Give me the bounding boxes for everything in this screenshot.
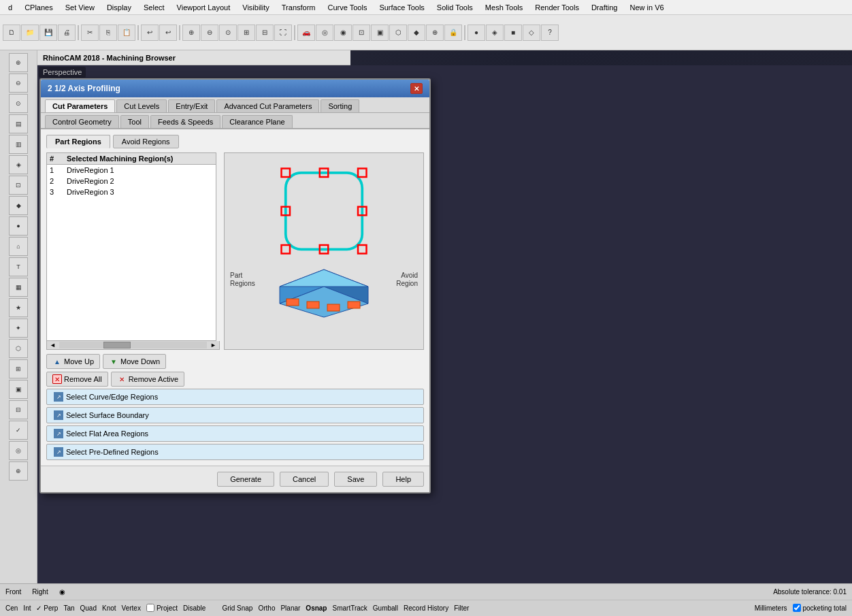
tab-feeds-speeds[interactable]: Feeds & Speeds	[150, 115, 220, 128]
left-btn-14[interactable]: ✦	[9, 319, 28, 338]
toolbar-print[interactable]: 🖨	[58, 25, 76, 41]
left-btn-7[interactable]: ⊡	[9, 176, 28, 195]
tab-sorting[interactable]: Sorting	[321, 99, 359, 112]
cancel-button[interactable]: Cancel	[280, 472, 329, 487]
toolbar-help[interactable]: ?	[541, 25, 559, 41]
left-btn-4[interactable]: ▤	[9, 114, 28, 133]
menu-drafting[interactable]: Drafting	[586, 2, 623, 13]
left-btn-19[interactable]: ✓	[9, 421, 28, 440]
project-checkbox[interactable]	[146, 604, 154, 612]
tab-clearance-plane[interactable]: Clearance Plane	[222, 115, 292, 128]
toolbar-btn10[interactable]: ▣	[371, 25, 389, 41]
select-curve-edge-button[interactable]: ↗ Select Curve/Edge Regions	[46, 389, 424, 405]
toolbar-car[interactable]: 🚗	[297, 25, 315, 41]
scroll-right-btn[interactable]: ►	[210, 342, 216, 348]
region-item-3[interactable]: 3 DriveRegion 3	[47, 187, 216, 197]
left-btn-1[interactable]: ⊕	[9, 53, 28, 72]
left-btn-6[interactable]: ◈	[9, 155, 28, 174]
left-btn-15[interactable]: ⬡	[9, 339, 28, 358]
tab-part-regions[interactable]: Part Regions	[46, 135, 110, 148]
select-predefined-button[interactable]: ↗ Select Pre-Defined Regions	[46, 444, 424, 460]
left-btn-5[interactable]: ▥	[9, 135, 28, 154]
toolbar-rings[interactable]: ◈	[486, 25, 504, 41]
menu-curve-tools[interactable]: Curve Tools	[323, 2, 373, 13]
menu-display[interactable]: Display	[101, 2, 137, 13]
menu-mesh-tools[interactable]: Mesh Tools	[480, 2, 528, 13]
tab-entry-exit[interactable]: Entry/Exit	[168, 99, 215, 112]
toolbar-undo[interactable]: ↩	[141, 25, 159, 41]
scroll-thumb[interactable]	[103, 342, 131, 348]
toolbar-circle[interactable]: ●	[468, 25, 485, 41]
toolbar-btn14[interactable]: 🔒	[444, 25, 462, 41]
menu-d[interactable]: d	[3, 2, 18, 13]
toolbar-btn1[interactable]: ⊕	[182, 25, 200, 41]
save-button[interactable]: Save	[334, 472, 377, 487]
toolbar-btn9[interactable]: ⊡	[353, 25, 370, 41]
left-btn-8[interactable]: ◆	[9, 196, 28, 215]
region-item-1[interactable]: 1 DriveRegion 1	[47, 165, 216, 176]
left-btn-17[interactable]: ▣	[9, 380, 28, 399]
generate-button[interactable]: Generate	[217, 472, 274, 487]
toolbar-btn4[interactable]: ⊞	[237, 25, 255, 41]
toolbar-btn8[interactable]: ◉	[334, 25, 352, 41]
menu-cplanes[interactable]: CPlanes	[19, 2, 59, 13]
toolbar-diamond[interactable]: ◇	[523, 25, 540, 41]
toolbar-btn12[interactable]: ◆	[408, 25, 425, 41]
menu-select[interactable]: Select	[138, 2, 170, 13]
left-btn-18[interactable]: ⊟	[9, 400, 28, 419]
toolbar-btn5[interactable]: ⊟	[256, 25, 274, 41]
toolbar-square[interactable]: ■	[504, 25, 522, 41]
menu-setview[interactable]: Set View	[60, 2, 100, 13]
menu-visibility[interactable]: Visibility	[237, 2, 275, 13]
scroll-left-btn[interactable]: ◄	[50, 342, 56, 348]
move-up-button[interactable]: ▲ Move Up	[46, 354, 100, 369]
left-btn-9[interactable]: ●	[9, 216, 28, 236]
list-scrollbar[interactable]: ◄ ►	[46, 341, 220, 350]
tab-cut-parameters[interactable]: Cut Parameters	[45, 99, 115, 112]
left-btn-12[interactable]: ▦	[9, 278, 28, 297]
help-button[interactable]: Help	[382, 472, 424, 487]
toolbar-btn13[interactable]: ⊕	[426, 25, 444, 41]
toolbar-paste[interactable]: 📋	[118, 25, 135, 41]
menu-new-v6[interactable]: New in V6	[624, 2, 669, 13]
menu-surface-tools[interactable]: Surface Tools	[374, 2, 429, 13]
left-btn-20[interactable]: ◎	[9, 441, 28, 460]
tab-tool[interactable]: Tool	[120, 115, 149, 128]
left-btn-2[interactable]: ⊖	[9, 74, 28, 93]
menu-solid-tools[interactable]: Solid Tools	[431, 2, 478, 13]
toolbar-btn7[interactable]: ◎	[316, 25, 333, 41]
toolbar-copy[interactable]: ⎘	[99, 25, 117, 41]
toolbar-cut[interactable]: ✂	[81, 25, 99, 41]
left-btn-13[interactable]: ★	[9, 298, 28, 317]
left-btn-16[interactable]: ⊞	[9, 359, 28, 378]
toolbar-btn3[interactable]: ⊙	[219, 25, 237, 41]
status-int: Int	[23, 604, 31, 612]
menu-render-tools[interactable]: Render Tools	[529, 2, 585, 13]
select-flat-area-button[interactable]: ↗ Select Flat Area Regions	[46, 425, 424, 442]
menu-viewport-layout[interactable]: Viewport Layout	[171, 2, 236, 13]
move-down-button[interactable]: ▼ Move Down	[103, 354, 166, 369]
left-btn-11[interactable]: T	[9, 257, 28, 276]
menu-transform[interactable]: Transform	[276, 2, 321, 13]
left-btn-3[interactable]: ⊙	[9, 94, 28, 113]
toolbar-btn2[interactable]: ⊖	[201, 25, 218, 41]
remove-active-button[interactable]: ✕ Remove Active	[111, 372, 184, 387]
region-item-2[interactable]: 2 DriveRegion 2	[47, 176, 216, 187]
dialog-close-button[interactable]: ✕	[410, 83, 423, 94]
region-list[interactable]: # Selected Machining Region(s) 1 DriveRe…	[46, 152, 216, 341]
tab-advanced-cut[interactable]: Advanced Cut Parameters	[216, 99, 319, 112]
toolbar-new[interactable]: 🗋	[3, 25, 20, 41]
remove-all-button[interactable]: ✕ Remove All	[46, 372, 108, 387]
toolbar-redo[interactable]: ↩	[159, 25, 177, 41]
toolbar-save[interactable]: 💾	[39, 25, 57, 41]
tab-cut-levels[interactable]: Cut Levels	[116, 99, 167, 112]
toolbar-open[interactable]: 📁	[21, 25, 39, 41]
pocketing-checkbox[interactable]	[793, 604, 801, 612]
toolbar-btn6[interactable]: ⛶	[274, 25, 292, 41]
select-surface-boundary-button[interactable]: ↗ Select Surface Boundary	[46, 407, 424, 423]
tab-control-geometry[interactable]: Control Geometry	[45, 115, 119, 128]
tab-avoid-regions[interactable]: Avoid Regions	[113, 135, 179, 148]
toolbar-btn11[interactable]: ⬡	[389, 25, 407, 41]
left-btn-21[interactable]: ⊕	[9, 461, 28, 481]
left-btn-10[interactable]: ⌂	[9, 237, 28, 256]
